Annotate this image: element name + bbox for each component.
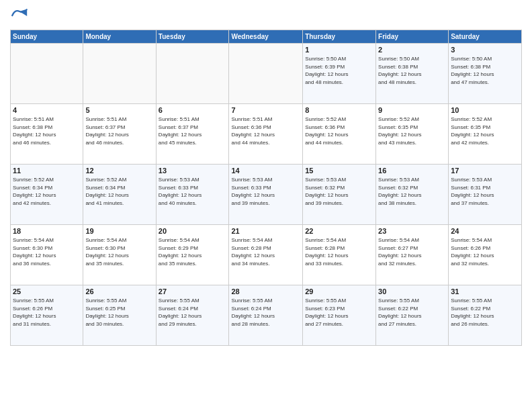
day-cell: 8Sunrise: 5:52 AM Sunset: 6:36 PM Daylig…	[303, 104, 376, 165]
day-number: 26	[85, 287, 153, 295]
day-number: 3	[451, 46, 519, 54]
day-number: 21	[231, 227, 300, 235]
day-cell	[156, 44, 229, 104]
day-info: Sunrise: 5:55 AM Sunset: 6:26 PM Dayligh…	[13, 297, 81, 328]
day-number: 31	[451, 287, 519, 295]
day-cell: 16Sunrise: 5:53 AM Sunset: 6:32 PM Dayli…	[376, 165, 449, 225]
week-row-3: 11Sunrise: 5:52 AM Sunset: 6:34 PM Dayli…	[11, 165, 522, 225]
day-info: Sunrise: 5:53 AM Sunset: 6:31 PM Dayligh…	[451, 176, 519, 207]
calendar-header: SundayMondayTuesdayWednesdayThursdayFrid…	[11, 30, 522, 44]
day-cell: 27Sunrise: 5:55 AM Sunset: 6:24 PM Dayli…	[156, 285, 229, 346]
day-info: Sunrise: 5:51 AM Sunset: 6:36 PM Dayligh…	[231, 116, 300, 146]
day-number: 19	[85, 227, 153, 235]
day-cell: 18Sunrise: 5:54 AM Sunset: 6:30 PM Dayli…	[11, 225, 83, 285]
day-info: Sunrise: 5:51 AM Sunset: 6:37 PM Dayligh…	[159, 116, 227, 146]
day-info: Sunrise: 5:54 AM Sunset: 6:30 PM Dayligh…	[13, 236, 81, 267]
day-cell: 19Sunrise: 5:54 AM Sunset: 6:30 PM Dayli…	[83, 225, 156, 285]
day-cell: 23Sunrise: 5:54 AM Sunset: 6:27 PM Dayli…	[376, 225, 449, 285]
day-info: Sunrise: 5:55 AM Sunset: 6:24 PM Dayligh…	[231, 297, 300, 328]
weekday-header-friday: Friday	[376, 30, 449, 44]
week-row-5: 25Sunrise: 5:55 AM Sunset: 6:26 PM Dayli…	[11, 285, 522, 346]
day-info: Sunrise: 5:55 AM Sunset: 6:22 PM Dayligh…	[378, 297, 446, 328]
weekday-header-saturday: Saturday	[449, 30, 522, 44]
day-cell: 13Sunrise: 5:53 AM Sunset: 6:33 PM Dayli…	[156, 165, 229, 225]
weekday-header-monday: Monday	[83, 30, 156, 44]
calendar-table: SundayMondayTuesdayWednesdayThursdayFrid…	[10, 30, 522, 346]
day-info: Sunrise: 5:55 AM Sunset: 6:23 PM Dayligh…	[305, 297, 373, 328]
day-info: Sunrise: 5:51 AM Sunset: 6:38 PM Dayligh…	[13, 116, 81, 146]
day-cell: 7Sunrise: 5:51 AM Sunset: 6:36 PM Daylig…	[229, 104, 303, 165]
day-number: 8	[305, 106, 373, 114]
day-number: 29	[305, 287, 373, 295]
day-info: Sunrise: 5:50 AM Sunset: 6:39 PM Dayligh…	[305, 55, 373, 86]
day-cell	[83, 44, 156, 104]
day-cell: 24Sunrise: 5:54 AM Sunset: 6:26 PM Dayli…	[449, 225, 522, 285]
day-number: 18	[13, 227, 81, 235]
day-number: 6	[159, 106, 227, 114]
calendar-body: 1Sunrise: 5:50 AM Sunset: 6:39 PM Daylig…	[11, 44, 522, 346]
day-cell: 25Sunrise: 5:55 AM Sunset: 6:26 PM Dayli…	[11, 285, 83, 346]
day-number: 4	[13, 106, 81, 114]
day-info: Sunrise: 5:52 AM Sunset: 6:34 PM Dayligh…	[13, 176, 81, 207]
day-info: Sunrise: 5:52 AM Sunset: 6:35 PM Dayligh…	[378, 116, 446, 146]
day-number: 13	[159, 167, 227, 175]
week-row-4: 18Sunrise: 5:54 AM Sunset: 6:30 PM Dayli…	[11, 225, 522, 285]
day-cell: 21Sunrise: 5:54 AM Sunset: 6:28 PM Dayli…	[229, 225, 303, 285]
day-cell	[11, 44, 83, 104]
day-number: 23	[378, 227, 446, 235]
week-row-2: 4Sunrise: 5:51 AM Sunset: 6:38 PM Daylig…	[11, 104, 522, 165]
day-cell: 15Sunrise: 5:53 AM Sunset: 6:32 PM Dayli…	[303, 165, 376, 225]
header	[10, 7, 522, 26]
day-info: Sunrise: 5:52 AM Sunset: 6:34 PM Dayligh…	[85, 176, 153, 207]
day-cell: 4Sunrise: 5:51 AM Sunset: 6:38 PM Daylig…	[11, 104, 83, 165]
day-number: 10	[451, 106, 519, 114]
day-cell: 10Sunrise: 5:52 AM Sunset: 6:35 PM Dayli…	[449, 104, 522, 165]
day-info: Sunrise: 5:51 AM Sunset: 6:37 PM Dayligh…	[85, 116, 153, 146]
day-number: 24	[451, 227, 519, 235]
day-cell: 6Sunrise: 5:51 AM Sunset: 6:37 PM Daylig…	[156, 104, 229, 165]
day-number: 25	[13, 287, 81, 295]
day-number: 7	[231, 106, 300, 114]
weekday-header-wednesday: Wednesday	[229, 30, 303, 44]
day-info: Sunrise: 5:50 AM Sunset: 6:38 PM Dayligh…	[378, 55, 446, 86]
day-cell: 26Sunrise: 5:55 AM Sunset: 6:25 PM Dayli…	[83, 285, 156, 346]
day-number: 11	[13, 167, 81, 175]
day-number: 27	[159, 287, 227, 295]
day-number: 17	[451, 167, 519, 175]
day-info: Sunrise: 5:53 AM Sunset: 6:33 PM Dayligh…	[231, 176, 300, 207]
day-info: Sunrise: 5:53 AM Sunset: 6:32 PM Dayligh…	[305, 176, 373, 207]
day-cell: 28Sunrise: 5:55 AM Sunset: 6:24 PM Dayli…	[229, 285, 303, 346]
day-cell	[229, 44, 303, 104]
day-cell: 29Sunrise: 5:55 AM Sunset: 6:23 PM Dayli…	[303, 285, 376, 346]
day-info: Sunrise: 5:55 AM Sunset: 6:24 PM Dayligh…	[159, 297, 227, 328]
day-info: Sunrise: 5:53 AM Sunset: 6:32 PM Dayligh…	[378, 176, 446, 207]
day-number: 22	[305, 227, 373, 235]
day-number: 15	[305, 167, 373, 175]
day-info: Sunrise: 5:54 AM Sunset: 6:26 PM Dayligh…	[451, 236, 519, 267]
day-cell: 3Sunrise: 5:50 AM Sunset: 6:38 PM Daylig…	[449, 44, 522, 104]
day-number: 9	[378, 106, 446, 114]
day-cell: 2Sunrise: 5:50 AM Sunset: 6:38 PM Daylig…	[376, 44, 449, 104]
weekday-row: SundayMondayTuesdayWednesdayThursdayFrid…	[11, 30, 522, 44]
day-info: Sunrise: 5:54 AM Sunset: 6:28 PM Dayligh…	[231, 236, 300, 267]
day-number: 14	[231, 167, 300, 175]
day-cell: 30Sunrise: 5:55 AM Sunset: 6:22 PM Dayli…	[376, 285, 449, 346]
day-number: 5	[85, 106, 153, 114]
day-info: Sunrise: 5:54 AM Sunset: 6:29 PM Dayligh…	[159, 236, 227, 267]
day-cell: 5Sunrise: 5:51 AM Sunset: 6:37 PM Daylig…	[83, 104, 156, 165]
day-cell: 22Sunrise: 5:54 AM Sunset: 6:28 PM Dayli…	[303, 225, 376, 285]
day-number: 20	[159, 227, 227, 235]
day-cell: 31Sunrise: 5:55 AM Sunset: 6:22 PM Dayli…	[449, 285, 522, 346]
day-cell: 9Sunrise: 5:52 AM Sunset: 6:35 PM Daylig…	[376, 104, 449, 165]
day-info: Sunrise: 5:53 AM Sunset: 6:33 PM Dayligh…	[159, 176, 227, 207]
day-number: 2	[378, 46, 446, 54]
day-cell: 14Sunrise: 5:53 AM Sunset: 6:33 PM Dayli…	[229, 165, 303, 225]
day-info: Sunrise: 5:54 AM Sunset: 6:28 PM Dayligh…	[305, 236, 373, 267]
day-cell: 12Sunrise: 5:52 AM Sunset: 6:34 PM Dayli…	[83, 165, 156, 225]
day-number: 1	[305, 46, 373, 54]
day-info: Sunrise: 5:52 AM Sunset: 6:35 PM Dayligh…	[451, 116, 519, 146]
day-cell: 20Sunrise: 5:54 AM Sunset: 6:29 PM Dayli…	[156, 225, 229, 285]
day-info: Sunrise: 5:52 AM Sunset: 6:36 PM Dayligh…	[305, 116, 373, 146]
day-number: 16	[378, 167, 446, 175]
weekday-header-tuesday: Tuesday	[156, 30, 229, 44]
